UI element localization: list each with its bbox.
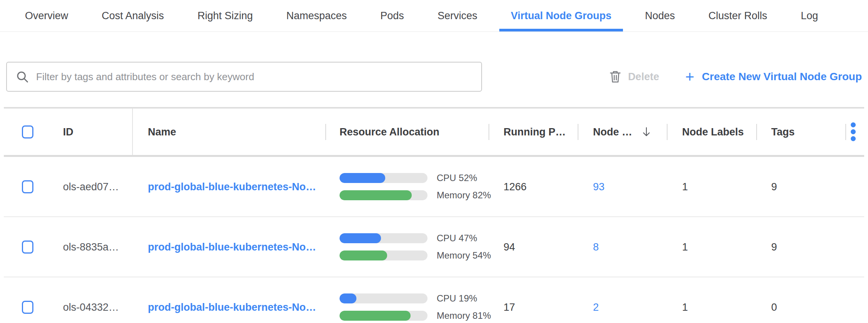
memory-usage-fill (340, 311, 411, 321)
tab-cost-analysis[interactable]: Cost Analysis (90, 0, 176, 31)
column-divider (667, 124, 668, 140)
table-header-row: ID Name Resource Allocation Running P… N… (4, 107, 864, 157)
column-header-name[interactable]: Name (148, 126, 176, 138)
vng-name-link[interactable]: prod-global-blue-kubernetes-No… (148, 301, 316, 313)
tab-log[interactable]: Log (789, 0, 830, 31)
trash-icon (609, 70, 622, 84)
column-divider (489, 124, 489, 140)
plus-icon: + (685, 69, 694, 84)
tab-right-sizing[interactable]: Right Sizing (186, 0, 264, 31)
node-labels-count: 1 (682, 301, 688, 313)
memory-usage-bar (340, 190, 427, 200)
column-divider (325, 124, 326, 140)
cpu-usage-label: CPU 19% (437, 293, 498, 304)
table-toolbar: Delete + Create New Virtual Node Group (6, 62, 862, 92)
main-tab-bar: Overview Cost Analysis Right Sizing Name… (0, 0, 868, 32)
delete-button-label: Delete (628, 71, 659, 83)
column-divider (756, 124, 757, 140)
kebab-dot (851, 129, 856, 134)
cpu-usage-bar (340, 293, 427, 303)
vng-name-link[interactable]: prod-global-blue-kubernetes-No… (148, 241, 316, 252)
tab-services[interactable]: Services (426, 0, 489, 31)
column-settings-menu-button[interactable] (848, 119, 858, 145)
tags-count: 0 (771, 301, 777, 313)
tab-overview[interactable]: Overview (13, 0, 80, 31)
column-header-nodes-label: Node … (593, 126, 632, 138)
memory-usage-fill (340, 190, 412, 200)
column-header-nodes[interactable]: Node … (593, 126, 651, 138)
column-divider (845, 124, 846, 140)
cpu-usage-fill (340, 233, 381, 243)
running-pods-count: 17 (504, 301, 515, 313)
search-icon (15, 70, 29, 84)
vng-name-cell: prod-global-blue-kubernetes-No… (148, 241, 316, 253)
resource-allocation-cell: CPU 19% Memory 81% (340, 277, 498, 323)
tags-count: 9 (771, 181, 777, 193)
filter-search-box[interactable] (6, 62, 482, 92)
create-button-label: Create New Virtual Node Group (702, 71, 862, 83)
table-row: ols-8835a… prod-global-blue-kubernetes-N… (4, 217, 864, 277)
memory-usage-bar (340, 311, 427, 321)
delete-button[interactable]: Delete (609, 70, 659, 84)
vng-name-cell: prod-global-blue-kubernetes-No… (148, 181, 316, 193)
node-labels-count: 1 (682, 241, 688, 253)
cpu-usage-label: CPU 47% (437, 233, 498, 244)
vng-name-link[interactable]: prod-global-blue-kubernetes-No… (148, 181, 316, 192)
running-pods-count: 94 (504, 241, 515, 253)
nodes-count-cell: 8 (593, 241, 599, 253)
kebab-dot (851, 136, 856, 141)
column-header-tags[interactable]: Tags (771, 126, 795, 138)
tab-virtual-node-groups[interactable]: Virtual Node Groups (499, 0, 623, 31)
nodes-count-link[interactable]: 8 (593, 241, 599, 252)
tab-nodes[interactable]: Nodes (633, 0, 686, 31)
vng-name-cell: prod-global-blue-kubernetes-No… (148, 301, 316, 313)
column-divider (578, 124, 578, 140)
memory-usage-bar (340, 250, 427, 260)
nodes-count-link[interactable]: 2 (593, 301, 599, 313)
column-header-node-labels[interactable]: Node Labels (682, 126, 744, 138)
row-checkbox[interactable] (22, 180, 33, 193)
vng-id: ols-8835a… (63, 241, 119, 253)
tab-cluster-rolls[interactable]: Cluster Rolls (697, 0, 779, 31)
vng-id: ols-aed07… (63, 181, 119, 193)
vng-id: ols-04332… (63, 301, 119, 313)
row-checkbox[interactable] (22, 241, 33, 254)
resource-allocation-cell: CPU 47% Memory 54% (340, 217, 498, 277)
toolbar-actions: Delete + Create New Virtual Node Group (609, 62, 862, 92)
nodes-count-cell: 93 (593, 181, 605, 193)
node-labels-count: 1 (682, 181, 688, 193)
tab-pods[interactable]: Pods (369, 0, 416, 31)
table-row: ols-aed07… prod-global-blue-kubernetes-N… (4, 157, 864, 217)
running-pods-count: 1266 (504, 181, 527, 193)
column-header-resource-allocation[interactable]: Resource Allocation (340, 126, 439, 138)
column-header-running-pods[interactable]: Running P… (504, 126, 566, 138)
tags-count: 9 (771, 241, 777, 253)
memory-usage-fill (340, 250, 387, 260)
create-new-virtual-node-group-button[interactable]: + Create New Virtual Node Group (685, 69, 862, 84)
table-row: ols-04332… prod-global-blue-kubernetes-N… (4, 277, 864, 323)
cpu-usage-bar (340, 233, 427, 243)
virtual-node-groups-table: ID Name Resource Allocation Running P… N… (4, 107, 864, 323)
cpu-usage-fill (340, 293, 356, 303)
cpu-usage-fill (340, 173, 385, 183)
memory-usage-label: Memory 54% (437, 250, 498, 261)
cpu-usage-label: CPU 52% (437, 173, 498, 183)
cpu-usage-bar (340, 173, 427, 183)
row-checkbox[interactable] (22, 301, 33, 314)
memory-usage-label: Memory 81% (437, 310, 498, 321)
nodes-count-link[interactable]: 93 (593, 181, 605, 192)
filter-search-input[interactable] (36, 71, 473, 83)
tab-namespaces[interactable]: Namespaces (275, 0, 358, 31)
sort-descending-arrow-icon (641, 127, 651, 137)
memory-usage-label: Memory 82% (437, 190, 498, 201)
nodes-count-cell: 2 (593, 301, 599, 313)
column-header-id[interactable]: ID (63, 126, 73, 138)
resource-allocation-cell: CPU 52% Memory 82% (340, 157, 498, 216)
kebab-dot (851, 122, 856, 127)
select-all-checkbox[interactable] (22, 125, 33, 138)
